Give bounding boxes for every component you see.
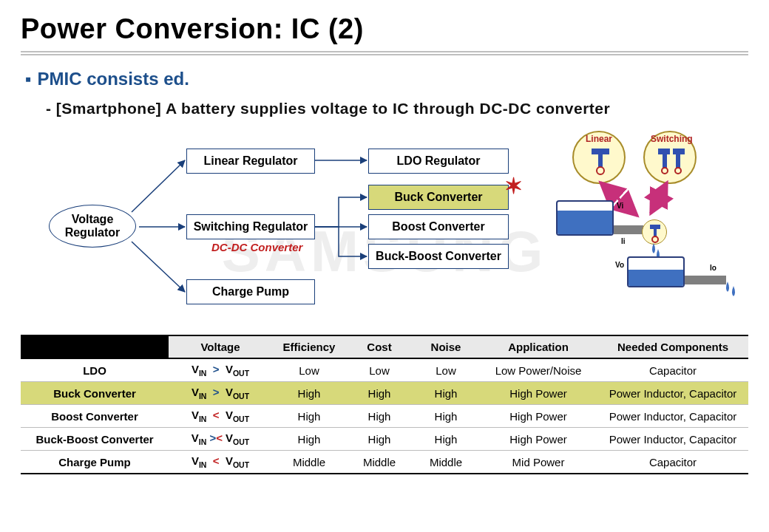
table-row: Buck-Boost ConverterVIN >< VOUTHighHighH… xyxy=(21,428,748,451)
cell-cost: High xyxy=(346,428,413,451)
cell-components: Power Inductor, Capacitor xyxy=(597,405,748,428)
cell-application: High Power xyxy=(479,405,597,428)
tank-lower xyxy=(627,256,685,287)
th-voltage: Voltage xyxy=(169,335,272,358)
cell-name: Buck Converter xyxy=(21,382,169,405)
cell-cost: Low xyxy=(346,358,413,382)
cell-voltage: VIN < VOUT xyxy=(169,405,272,428)
title-divider xyxy=(21,51,748,55)
cell-components: Capacitor xyxy=(597,451,748,474)
tank-upper xyxy=(556,200,614,236)
bullet-level1-text: PMIC consists ed. xyxy=(38,69,189,89)
page-title: Power Conversion: IC (2) xyxy=(21,13,748,45)
drip2-icon xyxy=(723,282,741,302)
cell-noise: Middle xyxy=(413,451,479,474)
cell-cost: High xyxy=(346,405,413,428)
svg-point-18 xyxy=(652,236,658,242)
th-noise: Noise xyxy=(413,335,479,358)
node-voltage-regulator: Voltage Regulator xyxy=(49,205,136,248)
th-application: Application xyxy=(479,335,597,358)
svg-line-0 xyxy=(132,160,185,212)
cell-application: High Power xyxy=(479,382,597,405)
cell-components: Power Inductor, Capacitor xyxy=(597,428,748,451)
cell-application: Mid Power xyxy=(479,451,597,474)
label-vi: Vi xyxy=(617,202,623,210)
table-body: LDOVIN > VOUTLowLowLowLow Power/NoiseCap… xyxy=(21,358,748,474)
star-icon: ✶ xyxy=(504,175,523,197)
node-buck-boost-converter: Buck-Boost Converter xyxy=(368,244,509,269)
cell-noise: High xyxy=(413,405,479,428)
cell-noise: Low xyxy=(413,358,479,382)
illustration: Linear Switching Vi Ii xyxy=(556,131,748,293)
cell-cost: Middle xyxy=(346,451,413,474)
valve-icon xyxy=(642,219,667,245)
cell-name: Charge Pump xyxy=(21,451,169,474)
cell-voltage: VIN < VOUT xyxy=(169,451,272,474)
cell-cost: High xyxy=(346,382,413,405)
cell-voltage: VIN > VOUT xyxy=(169,382,272,405)
svg-rect-16 xyxy=(650,225,660,229)
pipe-upper xyxy=(614,225,643,234)
label-ii: Ii xyxy=(621,237,626,245)
cell-name: LDO xyxy=(21,358,169,382)
cell-efficiency: High xyxy=(272,428,346,451)
node-switching-regulator: Switching Regulator xyxy=(186,214,315,239)
cell-application: High Power xyxy=(479,428,597,451)
th-blank xyxy=(21,335,169,358)
cell-noise: High xyxy=(413,428,479,451)
node-ldo-regulator: LDO Regulator xyxy=(368,149,509,174)
th-cost: Cost xyxy=(346,335,413,358)
node-linear-regulator: Linear Regulator xyxy=(186,149,315,174)
cell-components: Capacitor xyxy=(597,358,748,382)
cell-efficiency: High xyxy=(272,405,346,428)
bullet-level1: ▪PMIC consists ed. xyxy=(25,69,748,89)
table-head: Voltage Efficiency Cost Noise Applicatio… xyxy=(21,335,748,358)
node-buck-converter: Buck Converter xyxy=(368,185,509,210)
svg-rect-17 xyxy=(654,229,657,236)
node-charge-pump: Charge Pump xyxy=(186,279,315,304)
cell-noise: High xyxy=(413,382,479,405)
cell-name: Boost Converter xyxy=(21,405,169,428)
comparison-table: Voltage Efficiency Cost Noise Applicatio… xyxy=(21,335,748,474)
table-row: LDOVIN > VOUTLowLowLowLow Power/NoiseCap… xyxy=(21,358,748,382)
th-efficiency: Efficiency xyxy=(272,335,346,358)
table-row: Buck ConverterVIN > VOUTHighHighHighHigh… xyxy=(21,382,748,405)
bullet-square-icon: ▪ xyxy=(25,69,32,89)
svg-line-15 xyxy=(651,183,667,214)
cell-components: Power Inductor, Capacitor xyxy=(597,382,748,405)
label-io: Io xyxy=(710,264,717,272)
cell-voltage: VIN > VOUT xyxy=(169,358,272,382)
cell-efficiency: Low xyxy=(272,358,346,382)
cell-efficiency: Middle xyxy=(272,451,346,474)
bullet-level2: - [Smartphone] A battery supplies voltag… xyxy=(46,100,748,117)
svg-line-2 xyxy=(132,242,185,292)
cell-application: Low Power/Noise xyxy=(479,358,597,382)
cell-name: Buck-Boost Converter xyxy=(21,428,169,451)
table-row: Boost ConverterVIN < VOUTHighHighHighHig… xyxy=(21,405,748,428)
diagram: SAMSUNG Voltage Regulator Linear Regulat… xyxy=(21,131,748,330)
cell-efficiency: High xyxy=(272,382,346,405)
slide: Power Conversion: IC (2) ▪PMIC consists … xyxy=(0,0,769,532)
label-vo: Vo xyxy=(615,261,624,269)
th-components: Needed Components xyxy=(597,335,748,358)
table-row: Charge PumpVIN < VOUTMiddleMiddleMiddleM… xyxy=(21,451,748,474)
pipe-lower xyxy=(685,276,726,284)
node-boost-converter: Boost Converter xyxy=(368,214,509,239)
cell-voltage: VIN >< VOUT xyxy=(169,428,272,451)
note-dcdc: DC-DC Converter xyxy=(211,241,302,253)
